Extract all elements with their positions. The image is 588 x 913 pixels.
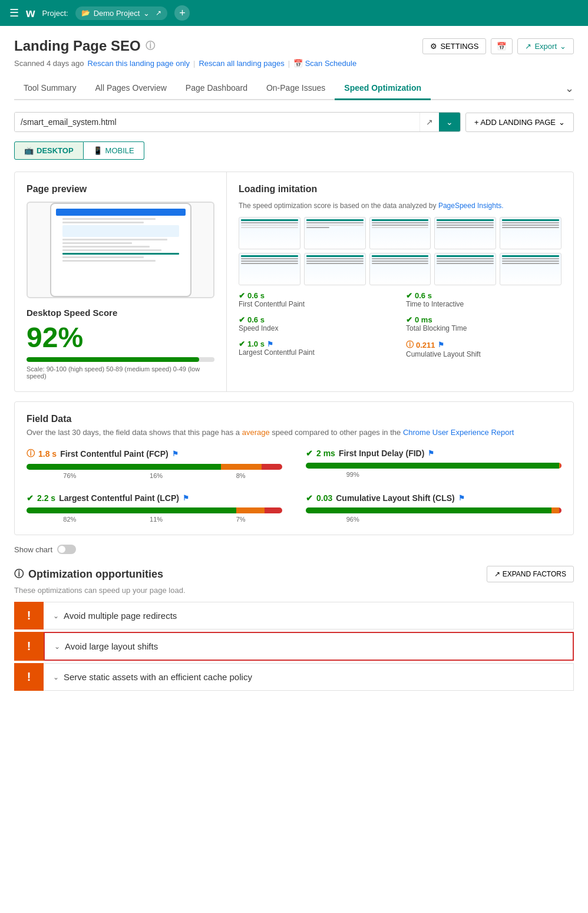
thumb-10 bbox=[500, 253, 561, 285]
desktop-button[interactable]: 📺 DESKTOP bbox=[14, 141, 84, 160]
flag-icon-fid: ⚑ bbox=[428, 449, 434, 457]
url-input[interactable] bbox=[15, 113, 419, 131]
scan-schedule-link[interactable]: 📅 Scan Schedule bbox=[293, 59, 356, 68]
separator: | bbox=[193, 59, 195, 68]
thumb-2 bbox=[304, 217, 366, 249]
flag-icon-lcp2: ⚑ bbox=[183, 494, 189, 502]
thumb-7 bbox=[304, 253, 366, 285]
opt-item-3: ! ⌄ Serve static assets with an efficien… bbox=[14, 663, 574, 691]
settings-icon: ⚙ bbox=[430, 42, 437, 51]
check-icon-si: ✔ bbox=[239, 315, 245, 324]
opt-text-1: Avoid multiple page redirects bbox=[64, 611, 177, 621]
optimization-header: ⓘ Optimization opportunities ↗ EXPAND FA… bbox=[14, 566, 574, 582]
opt-content-2[interactable]: ⌄ Avoid large layout shifts bbox=[44, 632, 574, 661]
opt-text-2: Avoid large layout shifts bbox=[65, 641, 158, 651]
opt-icon-1: ! bbox=[14, 602, 44, 629]
pagespeed-link[interactable]: PageSpeed Insights. bbox=[438, 202, 504, 210]
opt-chevron-2: ⌄ bbox=[54, 642, 60, 651]
thumb-5 bbox=[500, 217, 561, 249]
metric-fcp: ✔ 0.6 s First Contentful Paint bbox=[239, 291, 394, 308]
thumb-1 bbox=[239, 217, 300, 249]
thumbnails-row-2 bbox=[239, 253, 561, 285]
tabs-more-icon[interactable]: ⌄ bbox=[565, 82, 574, 95]
metric-si: ✔ 0.6 s Speed Index bbox=[239, 315, 394, 332]
project-selector[interactable]: 📂 Demo Project ⌄ ↗ bbox=[75, 6, 168, 20]
export-button[interactable]: ↗ Export ⌄ bbox=[517, 38, 574, 54]
hamburger-icon[interactable]: ☰ bbox=[9, 6, 19, 19]
header-actions: ⚙ SETTINGS 📅 ↗ Export ⌄ bbox=[422, 38, 574, 54]
scan-info: Scanned 4 days ago Rescan this landing p… bbox=[14, 59, 574, 68]
cls-bar-labels: 96% bbox=[306, 516, 561, 523]
url-dropdown-button[interactable]: ⌄ bbox=[439, 113, 460, 131]
check-icon-fcp: ✔ bbox=[239, 291, 245, 300]
field-data-desc: Over the last 30 days, the field data sh… bbox=[27, 428, 561, 437]
metric-tbt: ✔ 0 ms Total Blocking Time bbox=[406, 315, 561, 332]
thumb-6 bbox=[239, 253, 300, 285]
top-navigation: ☰ w Project: 📂 Demo Project ⌄ ↗ + bbox=[0, 0, 588, 26]
loading-imitation-title: Loading imitation bbox=[239, 184, 561, 195]
opt-item-2: ! ⌄ Avoid large layout shifts bbox=[14, 632, 574, 661]
expand-factors-button[interactable]: ↗ EXPAND FACTORS bbox=[487, 566, 574, 582]
tab-tool-summary[interactable]: Tool Summary bbox=[14, 77, 85, 100]
external-link-icon[interactable]: ↗ bbox=[156, 9, 161, 17]
chart-toggle-switch[interactable] bbox=[57, 545, 76, 554]
loading-imitation-card: Loading imitation The speed optimization… bbox=[227, 172, 573, 391]
field-metric-lcp: ✔ 2.2 s Largest Contentful Paint (LCP) ⚑… bbox=[27, 493, 282, 523]
opt-item-1: ! ⌄ Avoid multiple page redirects bbox=[14, 602, 574, 629]
check-icon-fid: ✔ bbox=[306, 449, 313, 458]
thumbnails-row-1 bbox=[239, 217, 561, 249]
tab-page-dashboard[interactable]: Page Dashboard bbox=[176, 77, 257, 100]
check-icon-cls2: ✔ bbox=[306, 493, 313, 503]
add-project-button[interactable]: + bbox=[174, 5, 190, 21]
field-metrics-grid: ⓘ 1.8 s First Contentful Paint (FCP) ⚑ 7… bbox=[27, 449, 561, 523]
scanned-text: Scanned 4 days ago bbox=[14, 59, 84, 68]
fid-bar bbox=[306, 463, 561, 469]
field-metric-cls: ✔ 0.03 Cumulative Layout Shift (CLS) ⚑ 9… bbox=[306, 493, 561, 523]
opt-chevron-1: ⌄ bbox=[53, 612, 59, 620]
thumb-9 bbox=[434, 253, 496, 285]
speed-scale-text: Scale: 90-100 (high speed) 50-89 (medium… bbox=[27, 365, 214, 380]
optimization-desc: These optimizations can speed up your pa… bbox=[14, 586, 574, 595]
flag-icon-lcp: ⚑ bbox=[267, 340, 273, 348]
opt-text-3: Serve static assets with an efficient ca… bbox=[64, 672, 252, 682]
optimization-title: ⓘ Optimization opportunities bbox=[14, 568, 163, 581]
check-icon-lcp2: ✔ bbox=[27, 493, 34, 503]
tab-speed-optimization[interactable]: Speed Optimization bbox=[335, 77, 431, 100]
preview-cards: Page preview bbox=[14, 172, 574, 392]
fcp-bar-labels: 76% 16% 8% bbox=[27, 472, 282, 479]
thumb-3 bbox=[369, 217, 431, 249]
metric-tti: ✔ 0.6 s Time to Interactive bbox=[406, 291, 561, 308]
project-dropdown-icon: ⌄ bbox=[143, 9, 150, 18]
metric-lcp: ✔ 1.0 s ⚑ Largest Contentful Paint bbox=[239, 340, 394, 358]
calendar-button[interactable]: 📅 bbox=[491, 38, 513, 54]
rescan-page-link[interactable]: Rescan this landing page only bbox=[88, 59, 190, 68]
mobile-icon: 📱 bbox=[93, 146, 103, 155]
opt-content-3[interactable]: ⌄ Serve static assets with an efficient … bbox=[44, 663, 574, 691]
add-landing-page-button[interactable]: + ADD LANDING PAGE ⌄ bbox=[465, 113, 574, 132]
check-icon-tti: ✔ bbox=[406, 291, 412, 300]
url-bar: ↗ ⌄ + ADD LANDING PAGE ⌄ bbox=[14, 112, 574, 132]
info-icon: ⓘ bbox=[14, 568, 24, 581]
mobile-button[interactable]: 📱 MOBILE bbox=[84, 141, 144, 160]
page-preview-card: Page preview bbox=[15, 172, 227, 391]
thumb-8 bbox=[369, 253, 431, 285]
page-header: Landing Page SEO ⓘ ⚙ SETTINGS 📅 ↗ Export… bbox=[14, 38, 574, 54]
optimization-section: ⓘ Optimization opportunities ↗ EXPAND FA… bbox=[14, 566, 574, 691]
page-preview-title: Page preview bbox=[27, 184, 214, 195]
settings-button[interactable]: ⚙ SETTINGS bbox=[422, 38, 486, 54]
warn-icon-fcp: ⓘ bbox=[27, 449, 35, 459]
rescan-all-link[interactable]: Rescan all landing pages bbox=[199, 59, 284, 68]
help-icon[interactable]: ⓘ bbox=[146, 40, 155, 52]
field-data-title: Field Data bbox=[27, 414, 561, 424]
page-preview-image bbox=[27, 202, 214, 298]
show-chart-toggle[interactable]: Show chart bbox=[14, 545, 574, 554]
opt-content-1[interactable]: ⌄ Avoid multiple page redirects bbox=[44, 602, 574, 629]
tab-on-page-issues[interactable]: On-Page Issues bbox=[257, 77, 335, 100]
tab-all-pages[interactable]: All Pages Overview bbox=[85, 77, 176, 100]
speed-bar bbox=[27, 357, 214, 362]
tab-bar: Tool Summary All Pages Overview Page Das… bbox=[14, 77, 574, 100]
chrome-ux-report-link[interactable]: Chrome User Experience Report bbox=[403, 428, 514, 437]
url-external-icon[interactable]: ↗ bbox=[419, 113, 439, 131]
main-content: Landing Page SEO ⓘ ⚙ SETTINGS 📅 ↗ Export… bbox=[0, 26, 588, 913]
thumb-4 bbox=[434, 217, 496, 249]
